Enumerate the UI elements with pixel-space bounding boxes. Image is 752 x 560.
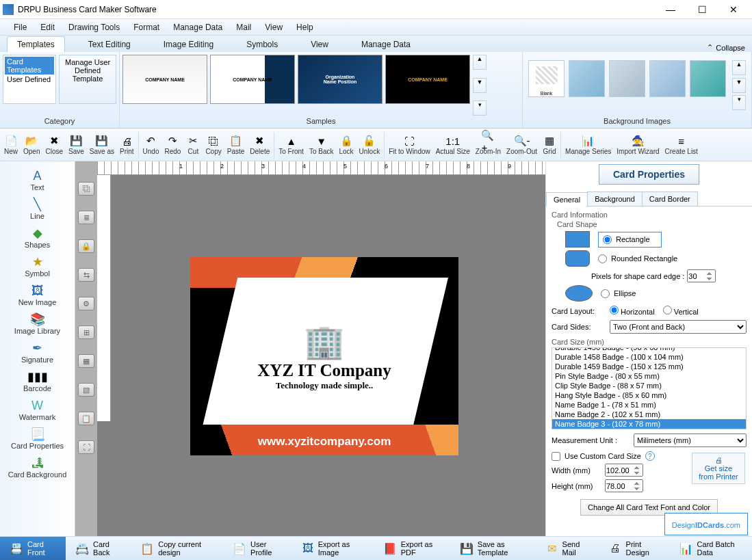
ltool-card-properties[interactable]: 📃Card Properties [0, 424, 75, 453]
size-item[interactable]: Name Badge 1 - (78 x 51 mm) [552, 400, 746, 410]
tool-save[interactable]: 💾Save [66, 133, 87, 157]
btab-export-as-pdf[interactable]: 📕Export as PDF [374, 537, 450, 560]
shape-rounded[interactable]: Rounded Rectangle [598, 254, 677, 263]
handle-expand-icon[interactable]: ⛶ [78, 440, 94, 454]
size-item[interactable]: Durable 1458 Badge - (100 x 104 mm) [552, 352, 746, 362]
tool-copy[interactable]: ⿻Copy [203, 133, 224, 157]
layout-vertical[interactable]: Vertical [663, 306, 699, 316]
menu-drawing-tools[interactable]: Drawing Tools [62, 23, 127, 32]
category-item[interactable]: Card Templates [5, 57, 54, 75]
category-item[interactable]: User Defined [5, 75, 54, 84]
tool-cut[interactable]: ✂Cut [183, 133, 203, 157]
get-size-button[interactable]: 🖨Get size from Printer [692, 453, 745, 484]
ltool-watermark[interactable]: WWatermark [0, 395, 75, 424]
handle-link-icon[interactable]: ⇆ [78, 268, 94, 282]
ltool-barcode[interactable]: ▮▮▮Barcode [0, 366, 75, 395]
btab-card-batch-data[interactable]: 📊Card Batch Data [670, 537, 752, 560]
menu-help[interactable]: Help [289, 23, 320, 32]
handle-align-icon[interactable]: ⊞ [78, 325, 94, 339]
tool-create-list[interactable]: ≡Create List [662, 133, 701, 157]
tool-close[interactable]: ✖Close [42, 133, 66, 157]
ltool-card-background[interactable]: 🏞Card Background [0, 453, 75, 481]
samples-up[interactable]: ▲ [473, 55, 487, 70]
ribbon-tab-symbols[interactable]: Symbols [237, 37, 287, 52]
card-canvas[interactable]: 🏢 XYZ IT Company Technology made simple.… [190, 257, 458, 455]
shape-ellipse-radio[interactable] [601, 289, 610, 298]
sample-thumb[interactable]: Organization Name Position [298, 55, 383, 104]
ltool-symbol[interactable]: ★Symbol [0, 252, 75, 280]
props-tab-background[interactable]: Background [587, 191, 643, 206]
bg-more[interactable]: ▾ [732, 95, 746, 110]
tool-save-as[interactable]: 💾Save as [87, 133, 117, 157]
collapse-button[interactable]: ⌃Collapse [707, 43, 745, 52]
ltool-text[interactable]: AText [0, 165, 75, 194]
handle-layers-icon[interactable]: ≣ [78, 211, 94, 224]
manage-template-button[interactable]: Manage User Defined Template [59, 55, 116, 104]
sides-select[interactable]: Two (Front and Back) [610, 320, 747, 334]
ltool-shapes[interactable]: ◆Shapes [0, 223, 75, 252]
handle-ungroup-icon[interactable]: ▧ [78, 383, 94, 397]
handle-settings-icon[interactable]: ⚙ [78, 297, 94, 310]
tool-new[interactable]: 📄New [1, 133, 21, 157]
px-input[interactable] [687, 269, 716, 282]
bg-thumb[interactable] [690, 60, 726, 97]
size-list[interactable]: Durable 1456 Badge - (90 x 60 mm)Durable… [552, 347, 747, 429]
bg-thumb[interactable] [609, 60, 645, 97]
menu-mail[interactable]: Mail [229, 23, 258, 32]
menu-edit[interactable]: Edit [34, 23, 62, 32]
sample-thumb[interactable]: COMPANY NAME [385, 55, 470, 104]
custom-size-check[interactable] [552, 452, 560, 461]
tool-redo[interactable]: ↷Redo [161, 133, 183, 157]
ltool-image-library[interactable]: 📚Image Library [0, 309, 75, 338]
btab-card-front[interactable]: 📇Card Front [0, 537, 66, 560]
layout-horizontal[interactable]: Horizontal [610, 306, 655, 316]
bg-down[interactable]: ▼ [732, 78, 746, 93]
sample-thumb[interactable]: COMPANY NAME [210, 55, 295, 104]
tool-delete[interactable]: ✖Delete [247, 133, 272, 157]
props-tab-card-border[interactable]: Card Border [642, 191, 698, 206]
close-button[interactable]: ✕ [718, 0, 749, 19]
ribbon-tab-templates[interactable]: Templates [7, 36, 65, 52]
tool-fit-to-window[interactable]: ⛶Fit to Window [386, 133, 433, 157]
handle-group-icon[interactable]: ▦ [78, 354, 94, 368]
bg-thumb[interactable] [569, 60, 605, 97]
ribbon-tab-image-editing[interactable]: Image Editing [154, 37, 223, 52]
shape-rectangle[interactable]: Rectangle [598, 232, 662, 248]
size-item[interactable]: Clip Style Badge - (88 x 57 mm) [552, 381, 746, 390]
size-item[interactable]: Pin Style Badge - (80 x 55 mm) [552, 371, 746, 381]
menu-view[interactable]: View [258, 23, 289, 32]
bg-thumb[interactable] [649, 60, 686, 97]
size-item[interactable]: Hang Style Badge - (85 x 60 mm) [552, 390, 746, 400]
maximize-button[interactable]: ☐ [686, 0, 718, 19]
tool-grid[interactable]: ▦Grid [540, 133, 559, 157]
ltool-signature[interactable]: ✒Signature [0, 338, 75, 366]
tool-print[interactable]: 🖨Print [117, 133, 137, 157]
handle-copy-icon[interactable]: ⿻ [78, 182, 94, 196]
ribbon-tab-text-editing[interactable]: Text Editing [79, 37, 140, 52]
btab-save-as-template[interactable]: 💾Save as Template [450, 537, 536, 560]
props-tab-general[interactable]: General [546, 192, 588, 206]
btab-card-back[interactable]: 📇Card Back [66, 537, 131, 560]
ribbon-tab-manage-data[interactable]: Manage Data [352, 37, 420, 52]
tool-lock[interactable]: 🔒Lock [336, 133, 356, 157]
shape-ellipse[interactable]: Ellipse [601, 289, 636, 298]
handle-lock-icon[interactable]: 🔒 [78, 239, 94, 253]
tool-undo[interactable]: ↶Undo [140, 133, 162, 157]
ltool-new-image[interactable]: 🖼New Image [0, 280, 75, 309]
btab-copy-current-design[interactable]: 📋Copy current design [131, 537, 223, 560]
ltool-line[interactable]: ╲Line [0, 194, 75, 223]
sample-thumb[interactable]: COMPANY NAME [122, 55, 207, 104]
category-list[interactable]: Card TemplatesUser Defined [3, 55, 56, 104]
width-input[interactable] [605, 464, 643, 477]
menu-file[interactable]: File [7, 23, 34, 32]
tool-zoom-out[interactable]: 🔍-Zoom-Out [504, 133, 540, 157]
tool-zoom-in[interactable]: 🔍+Zoom-In [473, 133, 504, 157]
tool-to-front[interactable]: ▲To Front [276, 133, 307, 157]
btab-user-profile[interactable]: 📄User Profile [223, 537, 291, 560]
tool-to-back[interactable]: ▼To Back [307, 133, 337, 157]
btab-export-as-image[interactable]: 🖼Export as Image [291, 537, 373, 560]
samples-more[interactable]: ▾ [473, 101, 487, 116]
size-item[interactable]: Durable 1456 Badge - (90 x 60 mm) [552, 347, 746, 352]
ribbon-tab-view[interactable]: View [301, 37, 338, 52]
tool-paste[interactable]: 📋Paste [224, 133, 248, 157]
